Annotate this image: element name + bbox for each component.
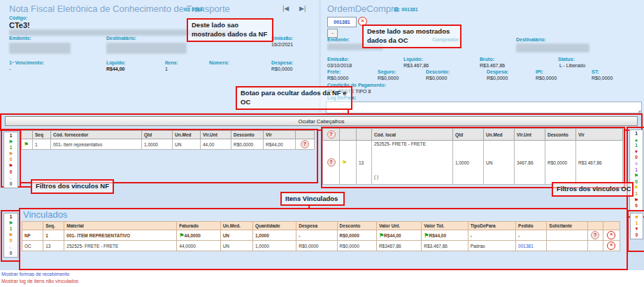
row-solicitante: [547, 230, 587, 241]
nav-last-icon[interactable]: ▶|: [299, 5, 306, 12]
row-solicitante: [547, 241, 587, 251]
vinc-strip-orange-count: 0: [4, 238, 17, 244]
vinculado-row-nf[interactable]: NF 1 001- ITEM REPRESENTATIVO ⚑44,0000 U…: [22, 230, 620, 241]
delete-icon[interactable]: ×: [607, 241, 615, 250]
redacted-text: [516, 43, 589, 52]
red-flag-filter-icon[interactable]: ⚑: [630, 197, 643, 204]
resize-grip-icon[interactable]: ◢: [638, 108, 641, 113]
annotation-connector: [308, 204, 310, 209]
oc-st-label: ST:: [592, 69, 599, 74]
question-icon[interactable]: ?: [327, 158, 336, 167]
up-arrow-filter-icon[interactable]: ▲: [630, 137, 643, 144]
col-origem: [22, 222, 43, 230]
col-desconto: Desconto: [337, 222, 376, 230]
red-flag-filter-icon[interactable]: ⚑: [4, 163, 17, 169]
nav-first-icon[interactable]: |◀: [282, 5, 289, 12]
col-tipodepara: TipoDePara: [468, 222, 515, 230]
log-depara-textarea[interactable]: ◢: [326, 102, 642, 113]
col-vlrunt: Vlr.Unt: [515, 129, 545, 141]
oc-item-row[interactable]: ? ⚑ 13 252525- FRETE - FRETE ( ) 1,0000 …: [323, 141, 623, 185]
oc-bruto-value: R$3.467,86: [480, 63, 505, 68]
ocultar-cabecalhos-button[interactable]: Ocultar Cabeçalhos: [5, 116, 638, 126]
col-faturado: Faturado: [177, 222, 220, 230]
question-icon[interactable]: ?: [301, 140, 309, 148]
row-seq: 13: [43, 241, 64, 251]
delete-icon[interactable]: ×: [607, 231, 615, 239]
green-flag-icon: ⚑: [24, 141, 29, 148]
approx-filter-icon[interactable]: ≈: [630, 161, 643, 167]
oc-ipi-value: R$0,0000: [536, 76, 557, 80]
oc-despesa-value: R$0,0000: [487, 76, 508, 80]
col-quantidade: Quantidade: [252, 222, 296, 230]
oc-item-qtd: 1,0000: [453, 141, 484, 185]
vinc-strip-total: 1: [4, 214, 17, 220]
annotation-filtros-nf: Filtros dos vinculos NF: [31, 179, 114, 194]
row-despesa: R$0,0000: [296, 241, 337, 251]
pedido-link[interactable]: 001381: [516, 241, 547, 251]
annotation-oc-side: Deste lado sao mostrados dados da OC: [362, 24, 461, 48]
nf-filter-strip: 1 ⚑ 1 ⚑ 0 ⚑ 0 ∟ 0: [1, 129, 21, 188]
nf-item-vlr: R$44,00: [264, 139, 296, 150]
green-flag-filter-icon[interactable]: ⚑: [630, 173, 643, 179]
vinculados-right-strip: ★ 1 ▼ 0: [627, 210, 644, 252]
star-filter-icon[interactable]: ★: [631, 214, 643, 220]
col-vlr: Vlr: [264, 131, 296, 139]
annotation-connector: [18, 186, 31, 188]
nf-item-unmed: UN: [173, 139, 201, 150]
col-qtd: Qtd: [453, 129, 484, 141]
vinculado-row-oc[interactable]: OC 13 252525- FRETE - FRETE 44,0000 UN 1…: [22, 241, 620, 251]
bar-filter-icon[interactable]: ∟: [4, 244, 17, 251]
redacted-text: [9, 43, 71, 54]
vinculados-title: Vinculados: [23, 209, 67, 220]
vinc-strip-bar-count: 0: [4, 251, 17, 257]
row-faturado: 44,0000: [184, 233, 201, 238]
question-icon[interactable]: ?: [327, 130, 336, 139]
row-material: 252525- FRETE - FRETE: [64, 241, 177, 251]
nf-item-cod: 001- Item representativo: [51, 139, 142, 150]
annotation-nf-side: Deste lado sao mostrados dados da NF: [187, 18, 273, 42]
nf-item-row[interactable]: ⚑ 1 001- Item representativo 1,0000 UN 4…: [22, 139, 315, 150]
nf-items-header-row: Seq Cód. fornecedor Qtd Un.Med Vlr.Unt D…: [22, 131, 315, 139]
oc-strip-total: 1: [630, 131, 643, 137]
vinculados-region: Vinculados Seq. Material Faturado Un.Med…: [19, 208, 628, 270]
green-flag-filter-icon[interactable]: ⚑: [4, 220, 17, 227]
nf-liquido-value: R$44,00: [106, 66, 124, 71]
oc-destinatario-label: Destinatário:: [516, 37, 546, 42]
col-valor-tot: Valor Tot.: [422, 222, 468, 230]
nf-strip-red-count: 0: [4, 169, 17, 176]
question-icon[interactable]: ?: [591, 231, 599, 239]
row-tipodepara: -: [468, 230, 515, 241]
col-material: Material: [64, 222, 177, 230]
nf-numero-label: Número:: [209, 60, 229, 65]
vinculados-header-row: Seq. Material Faturado Un.Med. Quantidad…: [22, 222, 620, 230]
bar-filter-icon[interactable]: ∟: [4, 175, 17, 181]
nf-despesa-label: Despesa:: [271, 60, 293, 65]
row-unmed: UN: [220, 241, 252, 251]
nf-item-vlrunt: 44,00: [201, 139, 231, 150]
row-faturado: 44,0000: [177, 241, 220, 251]
col-unmed: Un.Med: [173, 131, 201, 139]
nf-itens-label: Itens:: [165, 60, 178, 65]
col-flag: [340, 129, 357, 141]
green-flag-filter-icon[interactable]: ⚑: [4, 139, 17, 146]
link-log-nao-vinculados[interactable]: Mostrar log de itens não vinculados: [1, 279, 78, 284]
row-valor-unt: R$3467,86: [376, 241, 421, 251]
link-formas-recebimento[interactable]: Mostrar formas de recebimento: [1, 272, 69, 276]
oc-item-subcode: ( ): [374, 174, 450, 179]
nf-destinatario-label: Destinatário:: [106, 36, 136, 41]
down-arrow-filter-icon[interactable]: ▼: [631, 226, 643, 232]
annotation-filtros-oc: Filtros dos vinculos OC: [552, 182, 634, 197]
orange-flag-filter-icon[interactable]: ⚑: [4, 151, 17, 158]
nf-item-qtd: 1,0000: [142, 139, 173, 150]
col-solicitante: Solicitante: [547, 222, 587, 230]
row-qtd: 1,0000: [252, 241, 296, 251]
col-icon1: [587, 222, 603, 230]
oc-liquido-label: Líquido:: [403, 57, 423, 62]
oc-desconto-value: R$0,0000: [426, 76, 447, 80]
oc-item-cod: 252525- FRETE - FRETE: [374, 141, 450, 146]
col-seq: [357, 129, 372, 141]
oc-number-chip[interactable]: 001381: [327, 17, 357, 27]
down-arrow-filter-icon[interactable]: ▼: [630, 149, 643, 155]
col-seq: Seq.: [43, 222, 64, 230]
orange-flag-filter-icon[interactable]: ⚑: [4, 232, 17, 239]
